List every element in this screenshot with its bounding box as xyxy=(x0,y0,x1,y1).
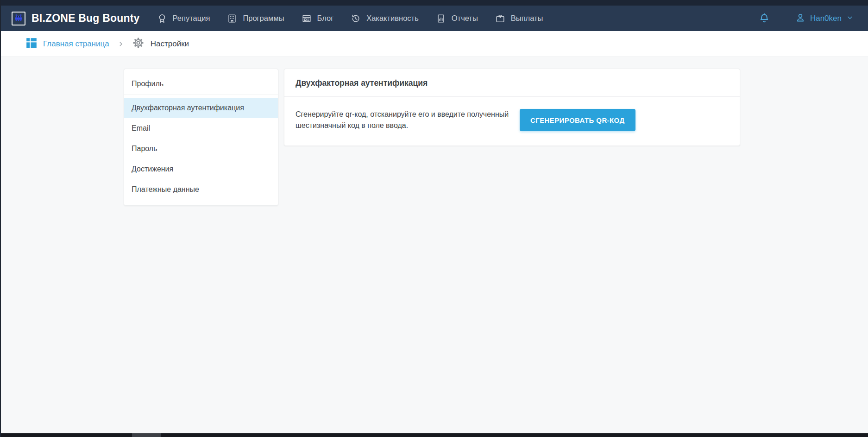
dashboard-icon xyxy=(25,37,38,51)
sidebar-item-label: Платежные данные xyxy=(132,185,199,194)
brand-title: BI.ZONE Bug Bounty xyxy=(31,12,140,25)
panel-title: Двухфакторная аутентификация xyxy=(284,69,740,97)
sidebar-item-label: Пароль xyxy=(132,145,157,153)
panel-description-line: шестизначный код в поле ввода. xyxy=(296,120,522,131)
bizone-bug-logo-icon xyxy=(12,12,25,25)
nav-item-label: Выплаты xyxy=(511,14,543,23)
chevron-down-icon xyxy=(846,13,854,24)
horizontal-scrollbar[interactable] xyxy=(0,433,868,437)
nav-item-label: Отчеты xyxy=(452,14,478,23)
sidebar-item-achievements[interactable]: Достижения xyxy=(124,159,278,179)
gear-icon xyxy=(132,37,144,51)
user-menu[interactable]: Han0ken xyxy=(795,12,854,25)
sidebar-item-profile[interactable]: Профиль xyxy=(124,73,278,95)
main-menu: Репутация Программы Блог xyxy=(157,13,560,24)
sidebar-item-label: Достижения xyxy=(132,165,173,173)
nav-item-label: Блог xyxy=(317,14,334,23)
medal-icon xyxy=(157,13,167,24)
chevron-right-icon xyxy=(118,41,124,47)
navbar-right: Han0ken xyxy=(758,12,854,25)
panel-description-line: Сгенерируйте qr-код, отсканируйте его и … xyxy=(296,109,522,120)
sidebar-item-label: Email xyxy=(132,124,150,133)
breadcrumb-home-link[interactable]: Главная страница xyxy=(25,37,109,51)
sidebar-item-label: Профиль xyxy=(132,80,164,88)
notifications-bell-icon[interactable] xyxy=(758,13,770,25)
report-icon xyxy=(436,13,446,24)
nav-item-blog[interactable]: Блог xyxy=(302,13,334,24)
nav-item-reputation[interactable]: Репутация xyxy=(157,13,210,24)
breadcrumb: Главная страница На xyxy=(0,31,868,57)
nav-item-hackactivity[interactable]: Хакактивность xyxy=(351,13,419,24)
panel-description: Сгенерируйте qr-код, отсканируйте его и … xyxy=(296,109,522,131)
sidebar-item-password[interactable]: Пароль xyxy=(124,139,278,159)
username: Han0ken xyxy=(810,14,842,23)
nav-item-reports[interactable]: Отчеты xyxy=(436,13,478,24)
history-icon xyxy=(351,13,361,24)
breadcrumb-home-label: Главная страница xyxy=(43,39,109,49)
breadcrumb-current: Настройки xyxy=(132,37,189,51)
breadcrumb-current-label: Настройки xyxy=(151,39,189,49)
user-icon xyxy=(795,12,806,25)
nav-item-label: Хакактивность xyxy=(366,14,419,23)
building-icon xyxy=(227,13,237,24)
two-factor-panel: Двухфакторная аутентификация Сгенерируйт… xyxy=(284,69,740,146)
nav-item-payouts[interactable]: Выплаты xyxy=(495,13,543,24)
brand-logo[interactable]: BI.ZONE Bug Bounty xyxy=(12,12,140,25)
sidebar-item-label: Двухфакторная аутентификация xyxy=(132,104,244,112)
scrollbar-thumb[interactable] xyxy=(132,433,161,437)
sidebar-item-email[interactable]: Email xyxy=(124,118,278,139)
panel-body: Сгенерируйте qr-код, отсканируйте его и … xyxy=(284,97,740,146)
main-content: Профиль Двухфакторная аутентификация Ema… xyxy=(0,57,868,433)
generate-qr-button[interactable]: СГЕНЕРИРОВАТЬ QR-КОД xyxy=(520,109,635,131)
briefcase-icon xyxy=(495,13,505,24)
nav-item-programs[interactable]: Программы xyxy=(227,13,284,24)
top-navbar: BI.ZONE Bug Bounty Репутация Программы xyxy=(0,0,868,31)
sidebar-item-two-factor[interactable]: Двухфакторная аутентификация xyxy=(124,98,278,118)
news-icon xyxy=(302,13,312,24)
window-edge xyxy=(0,0,1,437)
sidebar-item-payment-details[interactable]: Платежные данные xyxy=(124,179,278,200)
settings-sidebar: Профиль Двухфакторная аутентификация Ema… xyxy=(124,69,278,206)
nav-item-label: Репутация xyxy=(173,14,210,23)
nav-item-label: Программы xyxy=(243,14,284,23)
